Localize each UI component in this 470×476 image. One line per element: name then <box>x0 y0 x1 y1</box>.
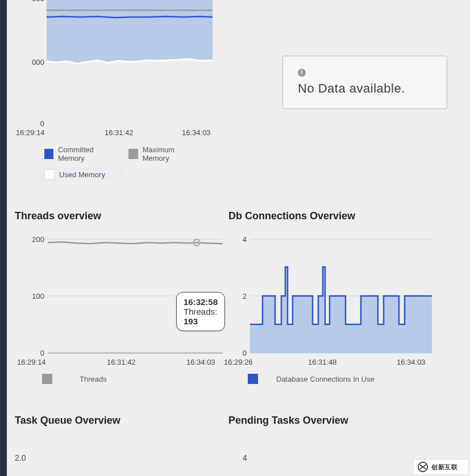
threads-legend: Threads <box>38 371 111 386</box>
db-xtick-1: 16:31:48 <box>308 358 337 366</box>
legend-label: Committed Memory <box>58 145 115 162</box>
legend-label: Used Memory <box>59 170 105 179</box>
threads-chart-plot[interactable]: 16:32:58 Threads: 193 <box>48 239 223 353</box>
memory-xtick-1: 16:31:42 <box>105 128 134 137</box>
threads-chart-panel: Threads overview 16:32:58 Threads: 193 2… <box>15 210 221 222</box>
memory-chart-plot[interactable] <box>47 0 213 125</box>
threads-tooltip: 16:32:58 Threads: 193 <box>176 292 225 331</box>
threads-ytick-1: 100 <box>20 292 44 300</box>
task-queue-ytick-top: 2.0 <box>15 453 26 462</box>
threads-title: Threads overview <box>15 210 221 222</box>
memory-xtick-2: 16:34:03 <box>182 128 211 137</box>
memory-xtick-0: 16:29:14 <box>16 128 45 137</box>
memory-ytick-0: 000 <box>23 0 44 3</box>
legend-label: Database Connections In Use <box>276 375 375 383</box>
watermark-text: 创新互联 <box>431 463 457 471</box>
db-ytick-2: 0 <box>228 349 247 357</box>
threads-xtick-2: 16:34:03 <box>186 358 215 366</box>
threads-hover-marker <box>193 239 201 247</box>
threads-xtick-1: 16:31:42 <box>107 358 136 366</box>
db-title: Db Connections Overview <box>228 210 439 222</box>
legend-committed-memory[interactable]: Committed Memory <box>40 143 119 165</box>
dashboard-content: 000 000 0 16:29:14 16:31:42 16:34:03 Com… <box>7 0 470 476</box>
watermark-icon <box>415 461 430 473</box>
sidebar-sliver <box>0 0 7 476</box>
db-ytick-0: 4 <box>228 235 247 244</box>
legend-maximum-memory[interactable]: Maximum Memory <box>124 143 203 165</box>
legend-db-connections[interactable]: Database Connections In Use <box>243 371 379 386</box>
db-connections-chart-panel: Db Connections Overview 4 2 0 16:29:26 1… <box>228 210 439 222</box>
legend-threads[interactable]: Threads <box>38 371 111 386</box>
info-icon <box>298 69 306 77</box>
swatch-grey <box>128 149 138 159</box>
db-xtick-0: 16:29:26 <box>224 358 253 366</box>
threads-ytick-2: 0 <box>20 349 44 357</box>
tooltip-time: 16:32:58 <box>184 297 218 307</box>
memory-chart-svg <box>47 0 213 125</box>
db-xtick-2: 16:34:03 <box>397 358 426 366</box>
swatch-blue <box>248 374 258 384</box>
memory-legend: Committed Memory Maximum Memory Used Mem… <box>40 143 216 182</box>
threads-xtick-0: 16:29:14 <box>17 358 46 366</box>
db-chart-svg <box>250 239 432 353</box>
memory-ytick-1: 000 <box>23 58 44 66</box>
db-ytick-1: 2 <box>228 292 247 300</box>
swatch-white <box>44 169 55 179</box>
watermark-logo: 创新互联 <box>413 459 469 475</box>
tooltip-series-label: Threads: <box>184 307 217 316</box>
swatch-blue <box>44 149 53 159</box>
threads-ytick-0: 200 <box>20 235 44 244</box>
legend-label: Threads <box>80 375 107 383</box>
db-chart-plot[interactable] <box>250 239 432 353</box>
swatch-grey <box>42 374 52 384</box>
memory-ytick-2: 0 <box>23 119 44 128</box>
legend-label: Maximum Memory <box>143 145 199 162</box>
legend-used-memory[interactable]: Used Memory <box>40 167 125 182</box>
pending-tasks-ytick-top: 4 <box>243 453 247 462</box>
no-data-message: No Data available. <box>298 81 447 96</box>
tooltip-value: 193 <box>184 316 198 326</box>
task-queue-title: Task Queue Overview <box>15 415 120 427</box>
no-data-card: No Data available. <box>282 56 447 109</box>
db-legend: Database Connections In Use <box>243 371 379 386</box>
pending-tasks-title: Pending Tasks Overview <box>228 415 348 427</box>
